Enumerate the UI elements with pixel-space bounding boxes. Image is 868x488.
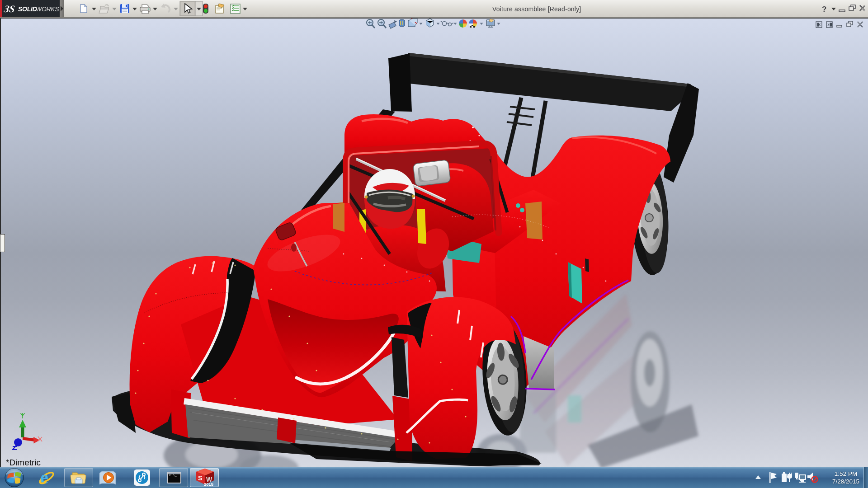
svg-text:S: S bbox=[198, 474, 202, 482]
svg-text:?: ? bbox=[822, 5, 826, 14]
svg-text:e: e bbox=[40, 467, 48, 488]
svg-text:2015: 2015 bbox=[204, 482, 214, 487]
svg-text:C:\_: C:\_ bbox=[169, 474, 177, 477]
